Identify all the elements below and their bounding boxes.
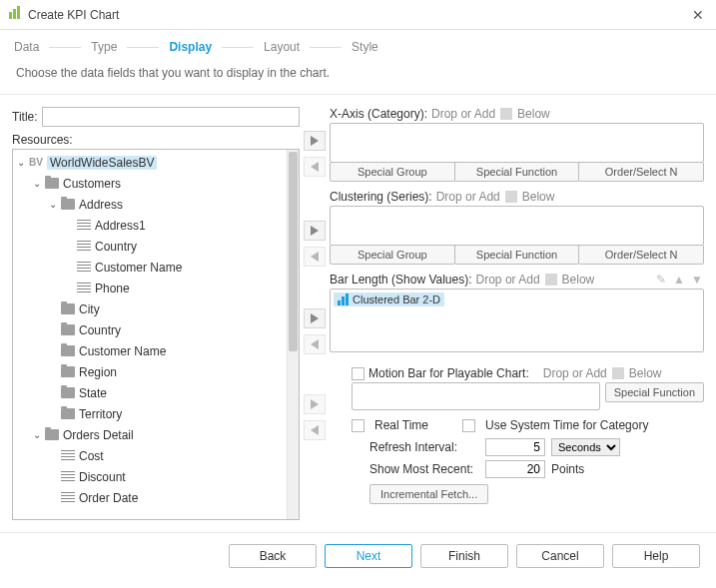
window-title: Create KPI Chart bbox=[28, 8, 688, 22]
remove-arrow-left[interactable] bbox=[304, 334, 326, 354]
add-icon[interactable] bbox=[544, 273, 558, 287]
points-label: Points bbox=[551, 462, 584, 476]
xaxis-section: X-Axis (Category): Drop or Add Below Spe… bbox=[330, 107, 704, 182]
main-area: Title: Resources: ⌄ BV WorldWideSalesBV … bbox=[0, 94, 716, 533]
realtime-checkbox[interactable] bbox=[352, 419, 364, 432]
tree-field[interactable]: Country bbox=[77, 323, 121, 337]
bv-icon: BV bbox=[27, 157, 45, 168]
tree-field[interactable]: Region bbox=[77, 365, 117, 379]
expand-toggle[interactable]: ⌄ bbox=[31, 429, 43, 440]
step-layout[interactable]: Layout bbox=[264, 40, 300, 54]
refresh-interval-label: Refresh Interval: bbox=[369, 440, 479, 454]
step-style[interactable]: Style bbox=[352, 40, 378, 54]
tree-folder[interactable]: Customers bbox=[61, 177, 121, 191]
tree-field[interactable]: City bbox=[77, 302, 100, 316]
xaxis-dropzone[interactable] bbox=[330, 123, 704, 163]
tree-field[interactable]: State bbox=[77, 386, 107, 400]
tree-field[interactable]: Order Date bbox=[77, 491, 138, 505]
tree-field[interactable]: Discount bbox=[77, 470, 126, 484]
bar-chart-icon bbox=[338, 294, 349, 305]
step-type[interactable]: Type bbox=[91, 40, 117, 54]
add-arrow-right[interactable] bbox=[304, 131, 326, 151]
barlength-value-chip[interactable]: Clustered Bar 2-D bbox=[334, 293, 444, 306]
tree-folder[interactable]: Address bbox=[77, 198, 123, 212]
barlength-value-text: Clustered Bar 2-D bbox=[353, 294, 440, 305]
field-icon bbox=[75, 241, 93, 252]
resources-tree[interactable]: ⌄ BV WorldWideSalesBV ⌄ Customers ⌄ Addr… bbox=[12, 149, 300, 520]
special-function-button[interactable]: Special Function bbox=[605, 382, 704, 402]
svg-rect-5 bbox=[545, 274, 557, 286]
add-icon[interactable] bbox=[499, 107, 513, 121]
finish-button[interactable]: Finish bbox=[420, 544, 508, 568]
move-up-icon[interactable]: ▲ bbox=[672, 273, 686, 287]
add-icon[interactable] bbox=[611, 366, 625, 380]
app-icon bbox=[8, 6, 22, 23]
order-select-n-button[interactable]: Order/Select N bbox=[578, 162, 704, 182]
help-button[interactable]: Help bbox=[612, 544, 700, 568]
field-icon bbox=[59, 471, 77, 482]
title-input[interactable] bbox=[42, 107, 300, 127]
remove-arrow-left[interactable] bbox=[304, 247, 326, 267]
folder-icon bbox=[59, 366, 77, 377]
back-button[interactable]: Back bbox=[229, 544, 317, 568]
folder-icon bbox=[43, 429, 61, 440]
add-arrow-right[interactable] bbox=[304, 308, 326, 328]
move-down-icon[interactable]: ▼ bbox=[690, 273, 704, 287]
realtime-label: Real Time bbox=[374, 418, 428, 432]
step-separator bbox=[49, 47, 81, 48]
barlength-dropzone[interactable]: Clustered Bar 2-D bbox=[330, 289, 704, 352]
refresh-unit-select[interactable]: Seconds bbox=[551, 438, 620, 456]
expand-toggle[interactable]: ⌄ bbox=[47, 199, 59, 210]
special-group-button[interactable]: Special Group bbox=[330, 245, 455, 265]
tree-field[interactable]: Address1 bbox=[93, 219, 146, 233]
tree-field[interactable]: Country bbox=[93, 240, 137, 254]
motion-label: Motion Bar for Playable Chart: bbox=[368, 366, 529, 380]
folder-icon bbox=[59, 345, 77, 356]
tree-root[interactable]: WorldWideSalesBV bbox=[45, 156, 157, 170]
order-select-n-button[interactable]: Order/Select N bbox=[578, 245, 704, 265]
edit-icon[interactable]: ✎ bbox=[654, 273, 668, 287]
below-label: Below bbox=[522, 190, 555, 204]
remove-arrow-left[interactable] bbox=[304, 420, 326, 440]
use-system-time-checkbox[interactable] bbox=[462, 419, 475, 432]
incremental-fetch-button[interactable]: Incremental Fetch... bbox=[369, 484, 488, 504]
motion-dropzone[interactable] bbox=[352, 382, 600, 410]
add-arrow-right[interactable] bbox=[304, 221, 326, 241]
tree-field[interactable]: Customer Name bbox=[93, 261, 182, 275]
step-separator bbox=[127, 47, 159, 48]
next-button[interactable]: Next bbox=[325, 544, 412, 568]
tree-field[interactable]: Territory bbox=[77, 407, 122, 421]
add-arrow-right[interactable] bbox=[304, 394, 326, 414]
barlength-section: Bar Length (Show Values): Drop or Add Be… bbox=[330, 273, 704, 352]
refresh-interval-input[interactable] bbox=[485, 438, 545, 456]
below-label: Below bbox=[629, 366, 662, 380]
show-most-recent-label: Show Most Recent: bbox=[369, 462, 479, 476]
svg-rect-4 bbox=[505, 191, 517, 203]
scrollbar-thumb[interactable] bbox=[289, 152, 298, 351]
tree-field[interactable]: Cost bbox=[77, 449, 104, 463]
clustering-dropzone[interactable] bbox=[330, 206, 704, 246]
close-icon[interactable]: ✕ bbox=[688, 7, 708, 23]
expand-toggle[interactable]: ⌄ bbox=[15, 157, 27, 168]
tree-field[interactable]: Customer Name bbox=[77, 344, 166, 358]
add-icon[interactable] bbox=[504, 190, 518, 204]
motion-checkbox[interactable] bbox=[352, 367, 364, 380]
left-pane: Title: Resources: ⌄ BV WorldWideSalesBV … bbox=[12, 107, 300, 520]
drop-hint: Drop or Add bbox=[543, 366, 607, 380]
step-display[interactable]: Display bbox=[169, 40, 212, 54]
remove-arrow-left[interactable] bbox=[304, 157, 326, 177]
expand-toggle[interactable]: ⌄ bbox=[31, 178, 43, 189]
xaxis-label: X-Axis (Category): bbox=[330, 107, 427, 121]
special-function-button[interactable]: Special Function bbox=[454, 162, 580, 182]
cancel-button[interactable]: Cancel bbox=[516, 544, 604, 568]
show-most-recent-input[interactable] bbox=[485, 460, 545, 478]
field-icon bbox=[75, 283, 93, 294]
folder-icon bbox=[59, 387, 77, 398]
barlength-label: Bar Length (Show Values): bbox=[330, 273, 472, 287]
tree-field[interactable]: Phone bbox=[93, 282, 130, 295]
scrollbar[interactable] bbox=[287, 150, 299, 519]
special-group-button[interactable]: Special Group bbox=[330, 162, 455, 182]
step-data[interactable]: Data bbox=[14, 40, 39, 54]
special-function-button[interactable]: Special Function bbox=[454, 245, 580, 265]
tree-folder[interactable]: Orders Detail bbox=[61, 428, 134, 442]
